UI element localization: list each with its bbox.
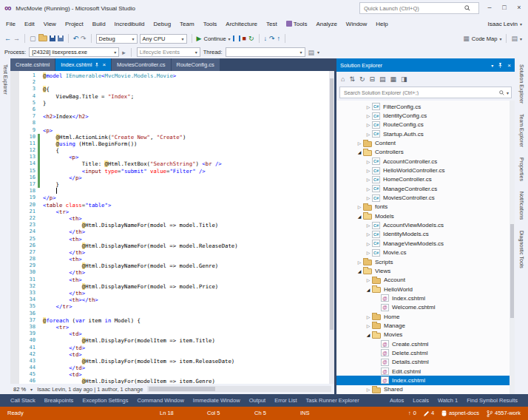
collapse-all-icon[interactable]: ⊟: [370, 75, 376, 83]
tab-index.cshtml[interactable]: Index.cshtml×: [55, 58, 111, 71]
expand-arrow-icon[interactable]: ▷: [356, 204, 363, 209]
undo-icon[interactable]: ↶: [73, 35, 79, 42]
side-tab-team-explorer[interactable]: Team Explorer: [519, 114, 524, 147]
code-line[interactable]: 14 Title: @Html.TextBox("SearchString") …: [10, 160, 334, 167]
code-line[interactable]: 30 </th>: [10, 269, 334, 276]
tree-item-manageviewmodels.cs[interactable]: ▷C#ManageViewModels.cs: [336, 239, 515, 248]
menu-item-window[interactable]: Window: [342, 18, 371, 30]
solution-search-input[interactable]: [342, 89, 497, 96]
code-line[interactable]: 13 <p>: [10, 154, 334, 160]
code-line[interactable]: 24 </th>: [10, 228, 334, 235]
tree-item-helloworld[interactable]: ◢HelloWorld: [336, 285, 515, 294]
step-into-icon[interactable]: ↓: [264, 35, 268, 42]
code-line[interactable]: 23 @Html.DisplayNameFor(model => model.T…: [10, 222, 334, 228]
tree-item-home[interactable]: ▷Home: [336, 312, 515, 321]
code-line[interactable]: 10 @Html.ActionLink("Create New", "Creat…: [10, 134, 334, 140]
code-line[interactable]: 37@foreach (var item in Model) {: [10, 317, 334, 324]
tree-item-shared[interactable]: ▷Shared: [336, 385, 515, 394]
code-line[interactable]: 46 @Html.DisplayFor(modelItem => item.Ge…: [10, 378, 334, 384]
editor-horizontal-scrollbar[interactable]: [147, 386, 331, 392]
continue-button[interactable]: Continue: [204, 35, 226, 42]
expand-arrow-icon[interactable]: ▷: [365, 387, 372, 392]
expand-arrow-icon[interactable]: ▷: [365, 168, 372, 173]
pending-changes-status[interactable]: 4: [424, 407, 434, 420]
window-position-icon[interactable]: ▾: [491, 63, 493, 68]
branch-status[interactable]: 4557-work: [487, 407, 521, 420]
code-line[interactable]: 19</p>: [10, 194, 334, 201]
close-icon[interactable]: ×: [102, 61, 106, 68]
collapse-arrow-icon[interactable]: ◢: [356, 149, 363, 155]
zoom-level[interactable]: 82 %: [13, 386, 26, 393]
code-line[interactable]: 32 @Html.DisplayNameFor(model => model.P…: [10, 283, 334, 290]
refresh-icon[interactable]: ↻: [359, 75, 365, 83]
menu-item-build[interactable]: Build: [88, 18, 110, 30]
close-button[interactable]: ×: [512, 0, 527, 15]
menu-item-tools[interactable]: Tools: [282, 18, 312, 30]
restart-icon[interactable]: ↻: [248, 35, 254, 42]
code-line[interactable]: 33 </th>: [10, 290, 334, 297]
tree-item-controllers[interactable]: ◢Controllers: [336, 148, 515, 157]
tree-item-create.cshtml[interactable]: @Create.cshtml: [336, 339, 515, 348]
tree-item-index.cshtml[interactable]: @Index.cshtml: [336, 376, 515, 385]
code-line[interactable]: 20<table class="table">: [10, 202, 334, 209]
save-icon[interactable]: [50, 35, 55, 41]
scrollbar-thumb[interactable]: [330, 78, 334, 330]
tree-item-managecontroller.cs[interactable]: ▷C#ManageController.cs: [336, 184, 515, 193]
step-over-icon[interactable]: ↷: [269, 35, 275, 42]
tree-item-movies[interactable]: ◢Movies: [336, 331, 515, 339]
title-bar[interactable]: ∞ MvcMovie (Running) - Microsoft Visual …: [0, 0, 528, 16]
navigate-back-icon[interactable]: ←: [4, 35, 11, 42]
expand-arrow-icon[interactable]: ▷: [365, 113, 372, 118]
tool-tab-breakpoints[interactable]: Breakpoints: [40, 396, 78, 405]
solution-configuration-dropdown[interactable]: Debug▾: [96, 34, 138, 44]
tool-tab-task-runner-explorer[interactable]: Task Runner Explorer: [302, 396, 364, 405]
tree-item-homecontroller.cs[interactable]: ▷C#HomeController.cs: [336, 175, 515, 184]
quick-launch-input[interactable]: [362, 4, 464, 13]
toolbar-options-icon[interactable]: ▤: [511, 35, 518, 42]
tree-item-delete.cshtml[interactable]: @Delete.cshtml: [336, 348, 515, 357]
code-line[interactable]: 9<p>: [10, 127, 334, 134]
push-commits-status[interactable]: ↑ 0: [408, 407, 416, 420]
navigate-forward-icon[interactable]: →: [13, 35, 20, 42]
tool-tab-output[interactable]: Output: [245, 396, 271, 405]
close-icon[interactable]: ×: [507, 62, 511, 69]
side-tab-test-explorer[interactable]: Test Explorer: [3, 64, 8, 95]
side-tab-notifications[interactable]: Notifications: [519, 192, 524, 220]
code-line[interactable]: 29 @Html.DisplayNameFor(model => model.G…: [10, 262, 334, 269]
home-icon[interactable]: ⌂: [341, 75, 345, 83]
process-step-icon[interactable]: ▸: [122, 49, 126, 56]
expand-arrow-icon[interactable]: ▷: [365, 186, 372, 192]
expand-arrow-icon[interactable]: ▷: [365, 104, 372, 109]
code-line[interactable]: 8: [10, 120, 334, 126]
tree-vertical-scrollbar[interactable]: [510, 101, 515, 394]
repository-status[interactable]: aspnet-docs: [441, 407, 479, 420]
pin-icon[interactable]: [498, 62, 503, 69]
menu-item-edit[interactable]: Edit: [20, 18, 39, 30]
tree-item-startup.auth.cs[interactable]: ▷C#Startup.Auth.cs: [336, 129, 515, 138]
menu-item-file[interactable]: File: [1, 18, 20, 30]
code-line[interactable]: 35 </tr>: [10, 303, 334, 310]
tool-tab-locals[interactable]: Locals: [408, 396, 433, 405]
tool-tab-immediate-window[interactable]: Immediate Window: [189, 396, 245, 405]
code-line[interactable]: 44 </td>: [10, 365, 334, 371]
pin-icon[interactable]: [95, 62, 99, 68]
thread-dropdown[interactable]: ▾: [226, 47, 305, 57]
stop-debugging-icon[interactable]: ■: [243, 35, 246, 42]
code-line[interactable]: 2: [10, 79, 334, 86]
collapse-arrow-icon[interactable]: ◢: [356, 268, 363, 274]
save-all-icon[interactable]: [58, 35, 64, 41]
tree-item-identitymodels.cs[interactable]: ▷C#IdentityModels.cs: [336, 230, 515, 239]
expand-arrow-icon[interactable]: ▷: [365, 177, 372, 182]
solution-explorer-header[interactable]: Solution Explorer ▾ ×: [336, 58, 515, 72]
code-line[interactable]: 18: [10, 188, 334, 194]
tree-item-accountviewmodels.cs[interactable]: ▷C#AccountViewModels.cs: [336, 220, 515, 229]
tree-item-index.cshtml[interactable]: @Index.cshtml: [336, 294, 515, 302]
solution-platform-dropdown[interactable]: Any CPU▾: [140, 34, 187, 44]
toolbar-overflow-icon[interactable]: ▾: [317, 50, 319, 55]
tree-item-details.cshtml[interactable]: @Details.cshtml: [336, 358, 515, 367]
code-line[interactable]: 3@{: [10, 86, 334, 92]
code-map-button[interactable]: Code Map: [472, 35, 498, 42]
side-tab-diagnostic-tools[interactable]: Diagnostic Tools: [519, 231, 524, 268]
code-editor[interactable]: 1@model IEnumerable<MvcMovie.Models.Movi…: [10, 71, 334, 384]
code-line[interactable]: 16 </p>: [10, 175, 334, 181]
